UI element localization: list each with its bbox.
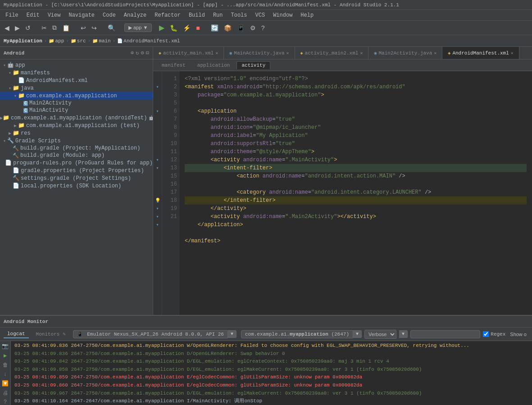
- tab-mainactivity-java[interactable]: ◉ MainActivity.java ✕: [224, 47, 295, 59]
- debug-button[interactable]: 🐛: [168, 23, 179, 32]
- breadcrumb-project[interactable]: MyApplication: [4, 38, 42, 44]
- fold-arrow-11[interactable]: ▾: [156, 157, 159, 163]
- menu-edit[interactable]: Edit: [23, 11, 43, 19]
- menu-tools[interactable]: Tools: [227, 11, 251, 19]
- verbose-select[interactable]: Verbose Debug Info Warn Error: [364, 330, 396, 339]
- undo-button[interactable]: ↩: [79, 23, 88, 32]
- tree-item-java[interactable]: ▾ 📁 java: [0, 84, 153, 92]
- monitor-trash-icon[interactable]: 🗑: [3, 362, 8, 369]
- bulb-icon[interactable]: 💡: [155, 198, 160, 203]
- breadcrumb-manifest[interactable]: 📄AndroidManifest.xml: [117, 38, 180, 44]
- menu-navigate[interactable]: Navigate: [65, 11, 98, 19]
- tree-item-build-gradle-app[interactable]: 🔨 build.gradle (Module: app): [0, 152, 153, 159]
- monitor-search-input[interactable]: [410, 330, 480, 338]
- menu-code[interactable]: Code: [99, 11, 119, 19]
- search-button[interactable]: 🔍: [106, 23, 117, 32]
- copy-button[interactable]: ⧉: [50, 23, 59, 32]
- monitor-tab-logcat[interactable]: logcat: [4, 330, 29, 338]
- tab-main2activity-java[interactable]: ◉ Main2Activity.java ✕: [368, 47, 442, 59]
- tree-item-res[interactable]: ▶ 📁 res: [0, 129, 153, 137]
- sub-tab-manifest[interactable]: manifest: [157, 61, 191, 69]
- tree-item-androidmanifest[interactable]: 📄 AndroidManifest.xml: [0, 77, 153, 84]
- tree-item-local-properties[interactable]: 📄 local.properties (SDK Location): [0, 182, 153, 190]
- tree-item-gradle-properties[interactable]: 📄 gradle.properties (Project Properties): [0, 167, 153, 174]
- tree-item-androidtest[interactable]: ▶ 📁 com.example.a1.myapplication (androi…: [0, 114, 153, 122]
- menu-run[interactable]: Run: [209, 11, 227, 19]
- menu-window[interactable]: Window: [269, 11, 296, 19]
- device-dropdown-button[interactable]: ▼: [228, 330, 236, 338]
- menu-analyze[interactable]: Analyze: [120, 11, 150, 19]
- monitor-help-icon[interactable]: ?: [4, 399, 7, 405]
- fold-arrow-18[interactable]: ▾: [156, 214, 159, 219]
- tree-item-mainactivity[interactable]: C MainActivity: [0, 107, 153, 114]
- sdk-manager-button[interactable]: 📦: [222, 23, 233, 32]
- fold-arrow-12[interactable]: ▾: [156, 165, 159, 171]
- cut-button[interactable]: ✂: [40, 23, 49, 32]
- show-button[interactable]: Show o: [508, 331, 528, 338]
- app-dropdown-button[interactable]: ▼: [353, 330, 362, 338]
- tree-item-gradle-section[interactable]: ▾ 🔧 Gradle Scripts: [0, 137, 153, 145]
- regex-checkbox-label[interactable]: Regex: [483, 331, 505, 337]
- tab-label-2: MainActivity.java: [234, 50, 284, 56]
- code-editor[interactable]: ▾ ▾ ▾ ▾ 💡 ▾ ▾ ▾: [153, 71, 532, 315]
- settings-button[interactable]: ⚙: [248, 23, 258, 32]
- tree-item-settings-gradle[interactable]: 🔨 settings.gradle (Project Settings): [0, 174, 153, 182]
- menu-help[interactable]: Help: [297, 11, 317, 19]
- verbose-dropdown-btn[interactable]: ▼: [399, 330, 408, 338]
- monitor-print-icon[interactable]: 🖨: [3, 390, 8, 396]
- tab-androidmanifest-xml[interactable]: ◈ AndroidManifest.xml ✕: [442, 47, 519, 59]
- paste-button[interactable]: 📋: [60, 23, 72, 32]
- tree-item-build-gradle-project[interactable]: 🔨 build.gradle (Project: MyApplication): [0, 145, 153, 152]
- tree-item-app[interactable]: ▾ 🤖 app: [0, 61, 153, 69]
- stop-button[interactable]: ■: [194, 23, 201, 32]
- help-button[interactable]: ?: [259, 23, 267, 32]
- forward-button[interactable]: ▶: [13, 23, 22, 32]
- tab-close-2[interactable]: ✕: [286, 50, 289, 56]
- sub-tab-application[interactable]: application: [192, 61, 235, 69]
- run-config-button[interactable]: ▶ app ▼: [124, 23, 152, 32]
- tab-close-3[interactable]: ✕: [360, 50, 363, 56]
- monitor-run-icon[interactable]: ▶: [4, 352, 7, 359]
- tree-item-main2activity[interactable]: C Main2Activity: [0, 100, 153, 107]
- tab-activity-main2-xml[interactable]: ◈ activity_main2.xml ✕: [295, 47, 369, 59]
- gradle-sync-button[interactable]: 🔄: [209, 23, 220, 32]
- fold-arrow-17[interactable]: ▾: [156, 206, 159, 211]
- coverage-button[interactable]: ⚡: [181, 23, 192, 32]
- monitor-tab-monitors[interactable]: Monitors ✎: [32, 330, 69, 338]
- breadcrumb-app[interactable]: 📁app: [49, 38, 64, 44]
- tree-item-manifests[interactable]: ▾ 📁 manifests: [0, 69, 153, 77]
- tab-activity-main-xml[interactable]: ◈ activity_main.xml ✕: [153, 47, 224, 59]
- sidebar-sync-icon[interactable]: ↻: [136, 50, 139, 56]
- menu-view[interactable]: View: [44, 11, 64, 19]
- fold-arrow-5[interactable]: ▾: [156, 109, 159, 114]
- back-button[interactable]: ◀: [3, 23, 11, 32]
- tree-item-proguard[interactable]: 📄 proguard-rules.pro (ProGuard Rules for…: [0, 159, 153, 167]
- tree-item-test[interactable]: ▶ 📁 com.example.a1.myapplication (test): [0, 122, 153, 129]
- breadcrumb-src[interactable]: 📁src: [71, 38, 86, 44]
- sidebar-settings-icon[interactable]: ⚙: [141, 50, 144, 56]
- monitor-logs[interactable]: 03-25 08:41:09.836 2647-2750/com.example…: [11, 341, 532, 405]
- monitor-scroll-icon[interactable]: ↓: [4, 371, 7, 378]
- menu-build[interactable]: Build: [185, 11, 209, 19]
- regex-checkbox[interactable]: [483, 331, 489, 337]
- sidebar-add-icon[interactable]: ⊕: [131, 50, 134, 56]
- menu-file[interactable]: File: [2, 11, 22, 19]
- tab-close-5[interactable]: ✕: [511, 50, 514, 56]
- fold-arrow-19[interactable]: ▾: [156, 222, 159, 228]
- tab-close-4[interactable]: ✕: [434, 50, 437, 56]
- avd-manager-button[interactable]: 📱: [235, 23, 246, 32]
- sub-tab-activity[interactable]: activity: [236, 61, 270, 69]
- monitor-filter-icon[interactable]: 🔽: [2, 380, 9, 387]
- refresh-button[interactable]: ↺: [23, 23, 32, 32]
- sidebar-collapse-icon[interactable]: ⊟: [146, 50, 149, 56]
- monitor-camera-icon[interactable]: 📷: [2, 343, 9, 350]
- tab-close-1[interactable]: ✕: [215, 50, 218, 56]
- code-content[interactable]: <?xml version="1.0" encoding="utf-8"?> <…: [179, 71, 532, 315]
- redo-button[interactable]: ↪: [90, 23, 99, 32]
- run-button[interactable]: ▶: [157, 23, 166, 33]
- breadcrumb-main[interactable]: 📁main: [92, 38, 110, 44]
- tree-item-package-main[interactable]: ▾ 📁 com.example.a1.myapplication: [0, 92, 153, 100]
- fold-arrow-2[interactable]: ▾: [156, 84, 159, 90]
- menu-refactor[interactable]: Refactor: [151, 11, 184, 19]
- menu-vcs[interactable]: VCS: [252, 11, 269, 19]
